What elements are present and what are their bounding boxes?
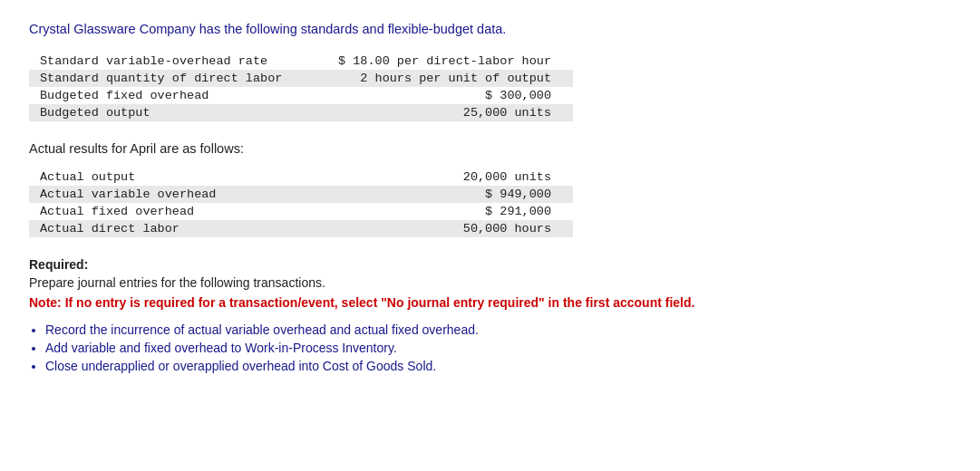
- table-row: Standard variable-overhead rate$ 18.00 p…: [29, 53, 573, 70]
- row-value: $ 18.00 per direct-labor hour: [319, 53, 573, 70]
- row-value: 50,000 hours: [319, 220, 573, 237]
- required-label: Required:: [29, 257, 88, 272]
- actual-results-header: Actual results for April are as follows:: [29, 141, 951, 156]
- row-value: 25,000 units: [319, 104, 573, 121]
- actual-table: Actual output20,000 unitsActual variable…: [29, 168, 951, 237]
- required-description: Prepare journal entries for the followin…: [29, 275, 951, 290]
- row-label: Budgeted output: [29, 104, 319, 121]
- table-row: Budgeted output25,000 units: [29, 104, 573, 121]
- row-label: Standard quantity of direct labor: [29, 70, 319, 87]
- row-value: 20,000 units: [319, 168, 573, 186]
- table-row: Actual fixed overhead$ 291,000: [29, 203, 573, 220]
- table-row: Actual output20,000 units: [29, 168, 573, 186]
- list-item: Close underapplied or overapplied overhe…: [45, 359, 951, 373]
- row-label: Actual variable overhead: [29, 186, 319, 203]
- row-value: 2 hours per unit of output: [319, 70, 573, 87]
- row-value: $ 949,000: [319, 186, 573, 203]
- row-label: Actual direct labor: [29, 220, 319, 237]
- required-note: Note: If no entry is required for a tran…: [29, 295, 951, 310]
- bullet-list: Record the incurrence of actual variable…: [45, 322, 951, 373]
- row-value: $ 291,000: [319, 203, 573, 220]
- row-label: Actual fixed overhead: [29, 203, 319, 220]
- row-label: Standard variable-overhead rate: [29, 53, 319, 70]
- row-value: $ 300,000: [319, 87, 573, 104]
- list-item: Record the incurrence of actual variable…: [45, 322, 951, 337]
- table-row: Actual direct labor50,000 hours: [29, 220, 573, 237]
- row-label: Actual output: [29, 168, 319, 186]
- row-label: Budgeted fixed overhead: [29, 87, 319, 104]
- table-row: Standard quantity of direct labor2 hours…: [29, 70, 573, 87]
- table-row: Budgeted fixed overhead$ 300,000: [29, 87, 573, 104]
- required-section: Required: Prepare journal entries for th…: [29, 257, 951, 373]
- standards-table: Standard variable-overhead rate$ 18.00 p…: [29, 53, 951, 121]
- list-item: Add variable and fixed overhead to Work-…: [45, 341, 951, 355]
- intro-text: Crystal Glassware Company has the follow…: [29, 22, 951, 36]
- table-row: Actual variable overhead$ 949,000: [29, 186, 573, 203]
